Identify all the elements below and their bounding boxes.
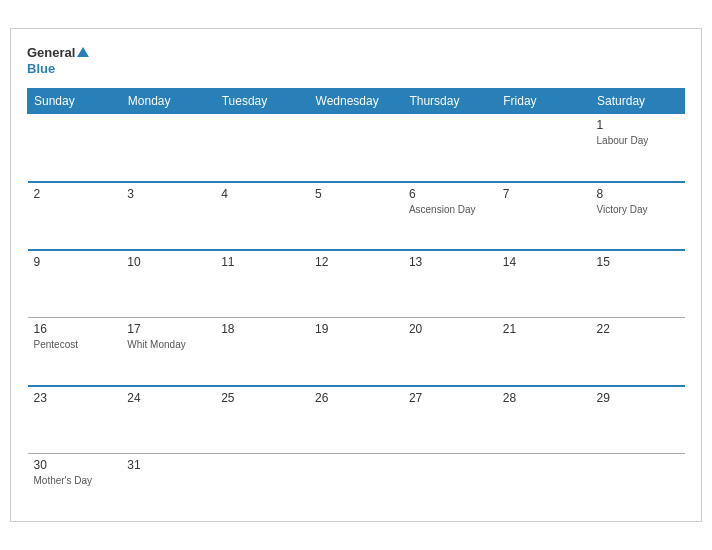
day-cell: 12 <box>309 250 403 318</box>
calendar-header: General Blue <box>27 45 685 76</box>
week-row-1: 23456Ascension Day78Victory Day <box>28 182 685 250</box>
day-header-saturday: Saturday <box>591 89 685 114</box>
holiday-name: Mother's Day <box>34 474 116 487</box>
day-cell <box>497 454 591 509</box>
day-number: 30 <box>34 458 116 472</box>
day-number: 23 <box>34 391 116 405</box>
day-number: 2 <box>34 187 116 201</box>
day-cell <box>403 114 497 182</box>
day-cell: 30Mother's Day <box>28 454 122 509</box>
day-number: 1 <box>597 118 679 132</box>
day-cell: 20 <box>403 318 497 386</box>
holiday-name: Whit Monday <box>127 338 209 351</box>
day-header-thursday: Thursday <box>403 89 497 114</box>
day-number: 26 <box>315 391 397 405</box>
day-cell <box>309 454 403 509</box>
day-number: 24 <box>127 391 209 405</box>
day-cell <box>403 454 497 509</box>
week-row-3: 16Pentecost17Whit Monday1819202122 <box>28 318 685 386</box>
day-cell: 9 <box>28 250 122 318</box>
holiday-name: Pentecost <box>34 338 116 351</box>
day-header-friday: Friday <box>497 89 591 114</box>
calendar-container: General Blue SundayMondayTuesdayWednesda… <box>10 28 702 522</box>
week-row-4: 23242526272829 <box>28 386 685 454</box>
day-cell: 28 <box>497 386 591 454</box>
logo-blue-text: Blue <box>27 61 55 77</box>
day-number: 18 <box>221 322 303 336</box>
day-cell: 14 <box>497 250 591 318</box>
day-cell: 19 <box>309 318 403 386</box>
day-cell: 8Victory Day <box>591 182 685 250</box>
day-number: 4 <box>221 187 303 201</box>
day-number: 28 <box>503 391 585 405</box>
day-cell <box>121 114 215 182</box>
day-number: 7 <box>503 187 585 201</box>
day-number: 3 <box>127 187 209 201</box>
day-cell <box>497 114 591 182</box>
day-cell: 21 <box>497 318 591 386</box>
holiday-name: Labour Day <box>597 134 679 147</box>
day-cell: 6Ascension Day <box>403 182 497 250</box>
week-row-5: 30Mother's Day31 <box>28 454 685 509</box>
day-number: 5 <box>315 187 397 201</box>
week-row-2: 9101112131415 <box>28 250 685 318</box>
day-cell: 5 <box>309 182 403 250</box>
logo: General Blue <box>27 45 89 76</box>
day-cell: 31 <box>121 454 215 509</box>
day-number: 13 <box>409 255 491 269</box>
day-cell: 23 <box>28 386 122 454</box>
day-cell: 13 <box>403 250 497 318</box>
day-number: 16 <box>34 322 116 336</box>
day-number: 25 <box>221 391 303 405</box>
day-cell: 10 <box>121 250 215 318</box>
day-number: 22 <box>597 322 679 336</box>
day-header-monday: Monday <box>121 89 215 114</box>
day-cell: 11 <box>215 250 309 318</box>
day-number: 27 <box>409 391 491 405</box>
day-cell: 29 <box>591 386 685 454</box>
calendar-grid: SundayMondayTuesdayWednesdayThursdayFrid… <box>27 88 685 509</box>
day-cell: 7 <box>497 182 591 250</box>
day-cell: 27 <box>403 386 497 454</box>
day-number: 21 <box>503 322 585 336</box>
day-cell: 4 <box>215 182 309 250</box>
logo-triangle-icon <box>77 47 89 57</box>
day-cell: 1Labour Day <box>591 114 685 182</box>
day-number: 8 <box>597 187 679 201</box>
day-number: 11 <box>221 255 303 269</box>
logo-general-text: General <box>27 45 75 61</box>
day-number: 17 <box>127 322 209 336</box>
holiday-name: Ascension Day <box>409 203 491 216</box>
day-header-wednesday: Wednesday <box>309 89 403 114</box>
day-number: 9 <box>34 255 116 269</box>
day-cell: 25 <box>215 386 309 454</box>
day-number: 6 <box>409 187 491 201</box>
day-header-tuesday: Tuesday <box>215 89 309 114</box>
days-header-row: SundayMondayTuesdayWednesdayThursdayFrid… <box>28 89 685 114</box>
day-header-sunday: Sunday <box>28 89 122 114</box>
day-cell: 16Pentecost <box>28 318 122 386</box>
day-number: 14 <box>503 255 585 269</box>
day-cell: 24 <box>121 386 215 454</box>
day-cell: 17Whit Monday <box>121 318 215 386</box>
day-cell: 18 <box>215 318 309 386</box>
day-cell <box>309 114 403 182</box>
day-cell <box>28 114 122 182</box>
day-number: 10 <box>127 255 209 269</box>
day-number: 31 <box>127 458 209 472</box>
day-number: 19 <box>315 322 397 336</box>
day-cell <box>215 454 309 509</box>
day-cell <box>591 454 685 509</box>
day-cell: 2 <box>28 182 122 250</box>
day-cell: 26 <box>309 386 403 454</box>
day-number: 15 <box>597 255 679 269</box>
day-number: 29 <box>597 391 679 405</box>
week-row-0: 1Labour Day <box>28 114 685 182</box>
day-number: 20 <box>409 322 491 336</box>
day-cell <box>215 114 309 182</box>
holiday-name: Victory Day <box>597 203 679 216</box>
day-cell: 15 <box>591 250 685 318</box>
day-cell: 3 <box>121 182 215 250</box>
day-number: 12 <box>315 255 397 269</box>
day-cell: 22 <box>591 318 685 386</box>
